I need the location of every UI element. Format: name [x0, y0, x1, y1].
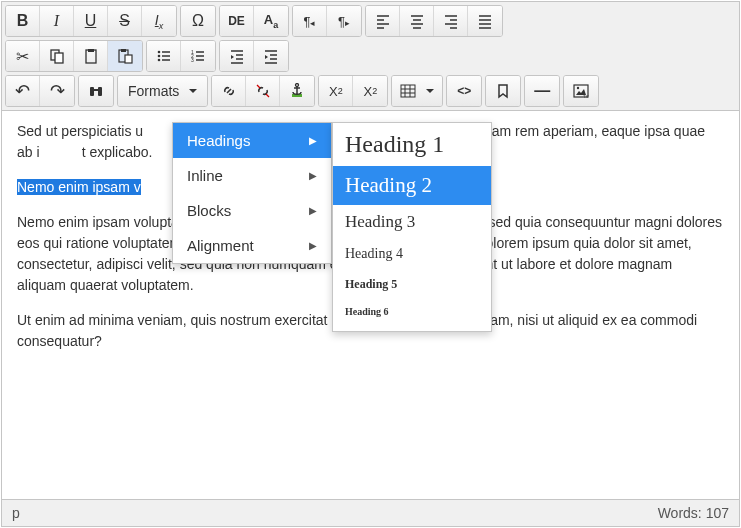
- rich-text-editor: B I U S Ix Ω DE Aa ¶◂ ¶▸: [1, 1, 740, 527]
- svg-rect-15: [94, 89, 98, 91]
- language-button[interactable]: DE: [220, 6, 254, 36]
- bullet-list-button[interactable]: [147, 41, 181, 71]
- cut-icon: ✂: [16, 47, 29, 66]
- align-left-icon: [375, 13, 391, 29]
- binoculars-icon: [88, 83, 104, 99]
- svg-rect-14: [98, 87, 102, 96]
- text-selection: Nemo enim ipsam v: [17, 179, 141, 195]
- link-button[interactable]: [212, 76, 246, 106]
- menu-item-heading-3[interactable]: Heading 3: [333, 205, 491, 239]
- element-path[interactable]: p: [12, 505, 20, 521]
- find-replace-button[interactable]: [79, 76, 113, 106]
- ltr-button[interactable]: ¶◂: [293, 6, 327, 36]
- source-code-button[interactable]: <>: [447, 76, 481, 106]
- bold-button[interactable]: B: [6, 6, 40, 36]
- svg-rect-3: [88, 49, 94, 52]
- horizontal-rule-button[interactable]: —: [525, 76, 559, 106]
- copy-button[interactable]: [40, 41, 74, 71]
- caret-down-icon: [426, 89, 434, 93]
- table-icon: [400, 83, 416, 99]
- align-center-button[interactable]: [400, 6, 434, 36]
- align-justify-button[interactable]: [468, 6, 502, 36]
- align-justify-icon: [477, 13, 493, 29]
- menu-item-headings[interactable]: Headings▶: [173, 123, 331, 158]
- menu-item-heading-1[interactable]: Heading 1: [333, 123, 491, 166]
- indent-icon: [263, 48, 279, 64]
- svg-point-7: [157, 51, 160, 54]
- paste-text-icon: [117, 48, 133, 64]
- word-count: Words: 107: [658, 505, 729, 521]
- formats-dropdown[interactable]: Formats: [118, 76, 207, 106]
- image-icon: TXT: [573, 83, 589, 99]
- link-icon: [221, 83, 237, 99]
- cut-button[interactable]: ✂: [6, 41, 40, 71]
- formats-menu: Headings▶ Inline▶ Blocks▶ Alignment▶: [172, 122, 332, 264]
- caret-down-icon: [189, 89, 197, 93]
- undo-button[interactable]: ↶: [6, 76, 40, 106]
- paste-text-button[interactable]: [108, 41, 142, 71]
- outdent-button[interactable]: [220, 41, 254, 71]
- menu-item-alignment[interactable]: Alignment▶: [173, 228, 331, 263]
- headings-submenu: Heading 1 Heading 2 Heading 3 Heading 4 …: [332, 122, 492, 332]
- chevron-right-icon: ▶: [309, 170, 317, 181]
- strikethrough-button[interactable]: S: [108, 6, 142, 36]
- svg-point-20: [577, 87, 579, 89]
- special-char-button[interactable]: Ω: [181, 6, 215, 36]
- svg-rect-13: [90, 87, 94, 96]
- menu-item-heading-4[interactable]: Heading 4: [333, 239, 491, 270]
- svg-rect-1: [55, 53, 63, 63]
- numbered-list-button[interactable]: 123: [181, 41, 215, 71]
- svg-rect-6: [125, 55, 132, 63]
- svg-text:3: 3: [191, 57, 194, 63]
- svg-text:TXT: TXT: [583, 94, 589, 99]
- underline-button[interactable]: U: [74, 6, 108, 36]
- numbered-list-icon: 123: [190, 48, 206, 64]
- menu-item-inline[interactable]: Inline▶: [173, 158, 331, 193]
- toolbar: B I U S Ix Ω DE Aa ¶◂ ¶▸: [2, 2, 739, 111]
- anchor-button[interactable]: [280, 76, 314, 106]
- anchor-icon: [289, 83, 305, 99]
- align-right-button[interactable]: [434, 6, 468, 36]
- bookmark-icon: [495, 83, 511, 99]
- align-center-icon: [409, 13, 425, 29]
- paste-button[interactable]: [74, 41, 108, 71]
- redo-button[interactable]: ↷: [40, 76, 74, 106]
- menu-item-blocks[interactable]: Blocks▶: [173, 193, 331, 228]
- text-case-button[interactable]: Aa: [254, 6, 288, 36]
- align-right-icon: [443, 13, 459, 29]
- bullet-list-icon: [156, 48, 172, 64]
- chevron-right-icon: ▶: [309, 205, 317, 216]
- clear-format-button[interactable]: Ix: [142, 6, 176, 36]
- svg-rect-18: [401, 85, 415, 97]
- rtl-button[interactable]: ¶▸: [327, 6, 361, 36]
- menu-item-heading-5[interactable]: Heading 5: [333, 270, 491, 298]
- paste-icon: [83, 48, 99, 64]
- subscript-button[interactable]: X2: [353, 76, 387, 106]
- svg-point-17: [296, 84, 299, 87]
- status-bar: p Words: 107: [2, 499, 739, 526]
- bookmark-button[interactable]: [486, 76, 520, 106]
- undo-icon: ↶: [15, 80, 30, 102]
- menu-item-heading-2[interactable]: Heading 2: [333, 166, 491, 205]
- unlink-icon: [255, 83, 271, 99]
- chevron-right-icon: ▶: [309, 135, 317, 146]
- redo-icon: ↷: [50, 80, 65, 102]
- chevron-right-icon: ▶: [309, 240, 317, 251]
- copy-icon: [49, 48, 65, 64]
- svg-rect-5: [121, 49, 126, 52]
- svg-point-9: [157, 59, 160, 62]
- insert-image-button[interactable]: TXT: [564, 76, 598, 106]
- menu-item-heading-6[interactable]: Heading 6: [333, 299, 491, 325]
- italic-button[interactable]: I: [40, 6, 74, 36]
- table-dropdown[interactable]: [392, 76, 442, 106]
- superscript-button[interactable]: X2: [319, 76, 353, 106]
- indent-button[interactable]: [254, 41, 288, 71]
- svg-point-8: [157, 55, 160, 58]
- unlink-button[interactable]: [246, 76, 280, 106]
- outdent-icon: [229, 48, 245, 64]
- align-left-button[interactable]: [366, 6, 400, 36]
